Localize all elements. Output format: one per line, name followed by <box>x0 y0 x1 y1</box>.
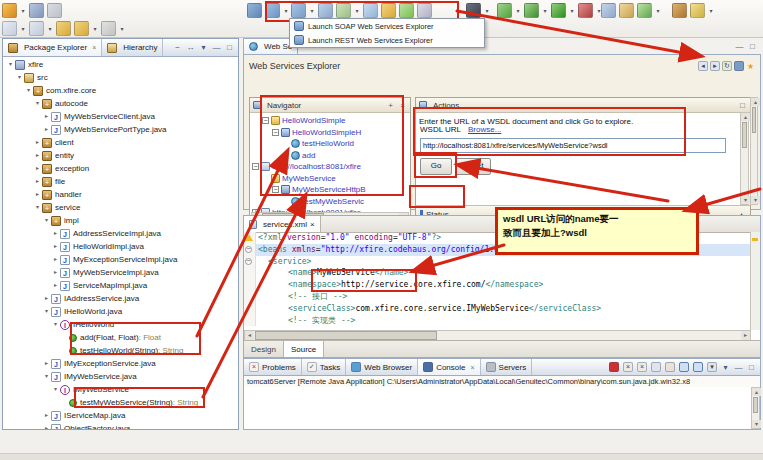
new-java-class-caret-icon[interactable]: ▾ <box>20 25 26 32</box>
wsdl-editor-icon[interactable] <box>363 3 378 18</box>
open-console-icon[interactable]: ▾ <box>707 362 717 372</box>
tree-item[interactable]: ▾+service <box>3 201 238 214</box>
scroll-down-icon[interactable]: ▾ <box>752 420 761 428</box>
fold-collapse-icon[interactable]: − <box>245 258 252 265</box>
new-wizard-icon[interactable] <box>2 3 17 18</box>
minimize-icon[interactable]: — <box>735 42 744 51</box>
maximize-icon[interactable]: □ <box>747 363 756 372</box>
collapsed-arrow-icon[interactable]: ▸ <box>33 162 42 175</box>
tree-item[interactable]: ▾xfire <box>3 58 238 71</box>
quick-launch-caret-icon[interactable]: ▾ <box>708 7 714 14</box>
clear-console-icon[interactable] <box>651 362 661 372</box>
code-line[interactable]: <name>MyWebService</name> <box>244 267 751 279</box>
search-icon[interactable] <box>466 3 481 18</box>
menu-item[interactable]: Launch SOAP Web Services Explorer <box>290 19 484 33</box>
view-menu-icon[interactable]: ▾ <box>199 43 208 52</box>
collapsed-arrow-icon[interactable]: ▸ <box>51 240 60 253</box>
tree-item[interactable]: ▾IIHelloWorld <box>3 318 238 331</box>
tree-item[interactable]: add(Float, Float) : Float <box>3 331 238 344</box>
java-browsing-icon[interactable] <box>601 3 616 18</box>
view-menu-icon[interactable]: ▾ <box>721 363 730 372</box>
reset-button[interactable]: Reset <box>455 158 491 175</box>
new-ws-client-icon[interactable] <box>336 3 351 18</box>
import-icon[interactable] <box>56 21 71 36</box>
refresh-icon[interactable]: ↻ <box>722 61 732 71</box>
fold-collapse-icon[interactable]: − <box>245 246 252 253</box>
expanded-arrow-icon[interactable]: ▾ <box>33 97 42 110</box>
collapse-icon[interactable]: − <box>272 186 279 193</box>
tab-services-xml[interactable]: services.xml × <box>244 216 321 232</box>
tree-item[interactable]: ▾IIMyWebService <box>3 383 238 396</box>
code-line[interactable]: −<service> <box>244 256 751 268</box>
wsdl-url-input[interactable] <box>420 138 726 153</box>
save-all-icon[interactable] <box>47 3 62 18</box>
open-wizard-caret-icon[interactable]: ▾ <box>47 25 53 32</box>
new-web-service-icon[interactable] <box>318 3 333 18</box>
maximize-icon[interactable]: □ <box>225 43 234 52</box>
new-ws-client-caret-icon[interactable]: ▾ <box>354 7 360 14</box>
navigator-item[interactable]: MyWebService <box>250 173 410 185</box>
launch-web-app-caret-icon[interactable]: ▾ <box>283 7 289 14</box>
collapsed-arrow-icon[interactable]: ▸ <box>33 136 42 149</box>
collapsed-arrow-icon[interactable]: ▸ <box>33 188 42 201</box>
tree-item[interactable]: ▸JAddressServiceImpl.java <box>3 227 238 240</box>
new-web-project-icon[interactable] <box>247 3 262 18</box>
scroll-thumb[interactable] <box>255 331 437 340</box>
launch-web-app-icon[interactable] <box>265 3 280 18</box>
tab-console[interactable]: Console× <box>418 359 480 375</box>
tab-web-browser[interactable]: Web Browser <box>346 359 418 375</box>
collapsed-arrow-icon[interactable]: ▸ <box>42 110 51 123</box>
collapsed-arrow-icon[interactable]: ▸ <box>42 422 51 429</box>
console-output-area[interactable] <box>244 387 760 429</box>
scroll-thumb[interactable] <box>753 397 758 413</box>
scroll-thumb[interactable] <box>752 107 756 133</box>
tree-item[interactable]: ▸+exception <box>3 162 238 175</box>
launch-wse-icon[interactable] <box>734 61 744 71</box>
collapsed-arrow-icon[interactable]: ▸ <box>51 266 60 279</box>
navigator-item[interactable]: testHelloWorld <box>250 138 410 150</box>
run-icon[interactable] <box>551 3 566 18</box>
tab-hierarchy[interactable]: Hierarchy <box>102 39 163 56</box>
collapsed-arrow-icon[interactable]: ▸ <box>42 123 51 136</box>
collapsed-arrow-icon[interactable]: ▸ <box>33 175 42 188</box>
collapsed-arrow-icon[interactable]: ▸ <box>51 227 60 240</box>
tree-item[interactable]: ▸+client <box>3 136 238 149</box>
tree-item[interactable]: testMyWebService(String) : String <box>3 396 238 409</box>
tree-item[interactable]: ▸JMyWebServiceClient.java <box>3 110 238 123</box>
tree-item[interactable]: ▾JIHelloWorld.java <box>3 305 238 318</box>
scroll-down-icon[interactable]: ▾ <box>741 196 750 204</box>
tree-item[interactable]: ▸+file <box>3 175 238 188</box>
tab-problems[interactable]: ×Problems <box>244 359 302 375</box>
pin-console-icon[interactable] <box>679 362 689 372</box>
tree-item[interactable]: ▸JMyWebServicePortType.java <box>3 123 238 136</box>
collapse-icon[interactable]: − <box>252 163 259 170</box>
expanded-arrow-icon[interactable]: ▾ <box>33 201 42 214</box>
tab-servers[interactable]: Servers <box>481 359 533 375</box>
debug-icon[interactable] <box>524 3 539 18</box>
minimize-icon[interactable]: — <box>734 363 743 372</box>
ws-monitor-icon[interactable] <box>417 3 432 18</box>
code-line[interactable]: <!-- 接口 --> <box>244 291 751 303</box>
open-wizard-icon[interactable] <box>29 21 44 36</box>
tree-item[interactable]: ▾+com.xfire.core <box>3 84 238 97</box>
collapsed-arrow-icon[interactable]: ▸ <box>42 357 51 370</box>
detach-icon[interactable]: □ <box>738 101 747 110</box>
navigator-item[interactable]: −MyWebServiceHttpB <box>250 184 410 196</box>
go-button[interactable]: Go <box>420 158 452 175</box>
collapse-all-icon[interactable]: − <box>173 43 182 52</box>
forward-icon[interactable]: ▸ <box>710 61 720 71</box>
scroll-right-icon[interactable]: ▸ <box>741 331 750 340</box>
collapsed-arrow-icon[interactable]: ▸ <box>42 409 51 422</box>
scroll-lock-icon[interactable] <box>665 362 675 372</box>
scroll-thumb[interactable] <box>742 122 747 148</box>
tree-item[interactable]: ▸JServiceMapImpl.java <box>3 279 238 292</box>
debug-caret-icon[interactable]: ▾ <box>542 7 548 14</box>
back-icon[interactable]: ◂ <box>698 61 708 71</box>
editor-overview-ruler[interactable] <box>750 232 760 330</box>
tree-item[interactable]: ▸JObjectFactory.java <box>3 422 238 429</box>
close-icon[interactable]: × <box>310 220 315 229</box>
remove-launch-icon[interactable]: × <box>623 362 633 372</box>
scroll-up-icon[interactable]: ▴ <box>751 98 760 106</box>
navigator-item[interactable]: −HelloWorldSimpleH <box>250 127 410 139</box>
maximize-icon[interactable]: □ <box>748 42 757 51</box>
